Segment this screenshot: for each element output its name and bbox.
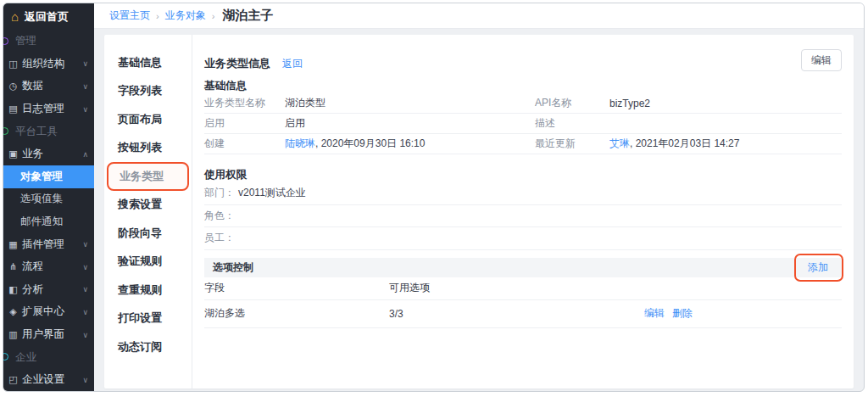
sidebar-subitem-mail-notify[interactable]: 邮件通知 bbox=[3, 210, 94, 233]
row-edit-link[interactable]: 编辑 bbox=[644, 306, 665, 321]
permission-row-employee: 员工： bbox=[204, 227, 842, 250]
basic-info-heading: 基础信息 bbox=[204, 75, 842, 93]
field-label: 创建 bbox=[204, 137, 285, 151]
submenu-item-page-layout[interactable]: 页面布局 bbox=[104, 105, 192, 134]
submenu-item-search-settings[interactable]: 搜索设置 bbox=[104, 191, 192, 220]
chevron-down-icon: ∨ bbox=[82, 263, 88, 271]
updater-user-link[interactable]: 艾琳 bbox=[609, 137, 630, 149]
sidebar-subitem-label: 对象管理 bbox=[20, 170, 63, 184]
sidebar-item-org-structure[interactable]: ◫ 组织结构 ∨ bbox=[3, 53, 94, 75]
page-body: 基础信息 字段列表 页面布局 按钮列表 业务类型 搜索设置 阶段向导 验证规则 … bbox=[94, 29, 864, 391]
sidebar-item-label: 平台工具 bbox=[15, 125, 58, 139]
submenu-item-basic-info[interactable]: 基础信息 bbox=[104, 48, 192, 77]
sidebar-item-platform-tools[interactable]: 平台工具 bbox=[3, 120, 94, 143]
submenu-item-validation-rules[interactable]: 验证规则 bbox=[104, 248, 192, 277]
permission-row-role: 角色： bbox=[204, 205, 842, 228]
submenu-item-button-list[interactable]: 按钮列表 bbox=[104, 134, 192, 163]
detail-title-row: 业务类型信息 返回 bbox=[204, 35, 842, 75]
sidebar-item-log-manage[interactable]: ▤ 日志管理 ∨ bbox=[3, 98, 94, 120]
basic-info-row: 业务类型名称 湖泊类型 API名称 bizType2 bbox=[204, 93, 842, 114]
sidebar-subitem-option-sets[interactable]: 选项值集 bbox=[3, 188, 94, 211]
sidebar-item-manage[interactable]: 管理 bbox=[3, 31, 94, 53]
sidebar-item-business[interactable]: ▣ 业务 ∧ bbox=[3, 143, 94, 165]
sidebar-item-plugin-manage[interactable]: ▦ 插件管理 ∨ bbox=[3, 233, 94, 256]
workflow-icon: ⋔ bbox=[8, 261, 19, 272]
extension-icon: ◈ bbox=[8, 306, 19, 317]
breadcrumb-separator: › bbox=[156, 11, 159, 21]
main-sidebar: ⌂ 返回首页 管理 ◫ 组织结构 ∨ ◷ 数据 ∨ ▤ 日志管理 ∨ bbox=[3, 3, 94, 391]
field-value: v2011测试企业 bbox=[238, 186, 306, 200]
field-label: 角色： bbox=[204, 209, 235, 223]
basic-info-row: 启用 启用 描述 bbox=[204, 114, 842, 134]
field-label: 启用 bbox=[204, 116, 285, 131]
settings-submenu: 基础信息 字段列表 页面布局 按钮列表 业务类型 搜索设置 阶段向导 验证规则 … bbox=[104, 35, 192, 389]
ui-grid-icon: ▥ bbox=[8, 329, 19, 340]
sidebar-item-label: 扩展中心 bbox=[22, 305, 64, 319]
submenu-item-dedupe-rules[interactable]: 查重规则 bbox=[104, 276, 192, 305]
sidebar-item-enterprise[interactable]: 企业 bbox=[3, 346, 94, 369]
purple-ring-icon bbox=[3, 37, 8, 45]
business-type-detail: 业务类型信息 返回 编辑 基础信息 业务类型名称 湖泊类型 API名称 bizT… bbox=[192, 35, 854, 389]
option-available-count: 3/3 bbox=[389, 308, 644, 320]
sidebar-item-data[interactable]: ◷ 数据 ∨ bbox=[3, 75, 94, 98]
page-title: 湖泊主子 bbox=[222, 8, 273, 24]
submenu-item-business-type-highlighted[interactable]: 业务类型 bbox=[107, 162, 189, 191]
sidebar-home-button[interactable]: ⌂ 返回首页 bbox=[3, 3, 94, 31]
field-label: API名称 bbox=[535, 96, 609, 110]
main-region: 设置主页 › 业务对象 › 湖泊主子 基础信息 字段列表 页面布局 按钮列表 业… bbox=[94, 3, 864, 391]
row-delete-link[interactable]: 删除 bbox=[672, 306, 693, 321]
submenu-item-dynamic-subscribe[interactable]: 动态订阅 bbox=[104, 333, 192, 361]
submenu-item-print-settings[interactable]: 打印设置 bbox=[104, 305, 192, 333]
chevron-down-icon: ∨ bbox=[82, 82, 88, 91]
sidebar-subitem-label: 选项值集 bbox=[20, 192, 63, 206]
briefcase-icon: ▣ bbox=[8, 148, 19, 159]
sidebar-item-workflow[interactable]: ⋔ 流程 ∨ bbox=[3, 255, 94, 278]
option-control-bar: 选项控制 添加 bbox=[204, 258, 842, 277]
submenu-item-stage-wizard[interactable]: 阶段向导 bbox=[104, 219, 192, 248]
permission-row-department: 部门： v2011测试企业 bbox=[204, 182, 842, 205]
option-table-header: 字段 可用选项 bbox=[204, 277, 842, 300]
breadcrumb-link-settings-home[interactable]: 设置主页 bbox=[109, 8, 150, 23]
sidebar-subitem-object-manage[interactable]: 对象管理 bbox=[3, 165, 94, 188]
field-label: 员工： bbox=[204, 231, 235, 245]
updated-datetime: , 2021年02月03日 14:27 bbox=[630, 137, 739, 149]
sidebar-item-label: 业务 bbox=[22, 147, 43, 161]
sidebar-item-analytics[interactable]: ◧ 分析 ∨ bbox=[3, 278, 94, 301]
chevron-down-icon: ∨ bbox=[82, 376, 88, 384]
sidebar-subitem-label: 邮件通知 bbox=[20, 215, 63, 229]
back-link[interactable]: 返回 bbox=[282, 57, 303, 71]
plugin-grid-icon: ▦ bbox=[8, 239, 19, 250]
sidebar-item-label: 数据 bbox=[22, 79, 43, 93]
row-actions: 编辑 删除 bbox=[644, 306, 842, 321]
chevron-up-icon: ∧ bbox=[82, 150, 88, 159]
building-icon: ◰ bbox=[8, 374, 19, 385]
field-value: 启用 bbox=[285, 116, 535, 131]
clock-icon: ◷ bbox=[8, 81, 19, 92]
field-label: 描述 bbox=[535, 116, 609, 131]
sidebar-item-label: 插件管理 bbox=[22, 238, 64, 252]
breadcrumb-separator: › bbox=[212, 11, 215, 21]
detail-title: 业务类型信息 bbox=[204, 56, 270, 71]
sidebar-item-user-interface[interactable]: ▥ 用户界面 ∨ bbox=[3, 323, 94, 346]
cyan-ring-icon bbox=[3, 353, 8, 361]
breadcrumb-link-business-object[interactable]: 业务对象 bbox=[165, 8, 206, 23]
sidebar-item-label: 日志管理 bbox=[22, 102, 64, 116]
add-link[interactable]: 添加 bbox=[808, 260, 828, 275]
sidebar-item-enterprise-settings[interactable]: ◰ 企业设置 ∨ bbox=[3, 368, 94, 391]
sidebar-item-extension-center[interactable]: ◈ 扩展中心 ∨ bbox=[3, 301, 94, 324]
sidebar-item-label: 企业设置 bbox=[22, 372, 64, 387]
sidebar-item-label: 企业 bbox=[15, 350, 36, 365]
column-header-available-options: 可用选项 bbox=[389, 281, 644, 295]
edit-button[interactable]: 编辑 bbox=[801, 49, 842, 71]
chevron-down-icon: ∨ bbox=[82, 59, 88, 68]
field-value: 艾琳, 2021年02月03日 14:27 bbox=[609, 137, 842, 151]
creator-user-link[interactable]: 陆晓琳 bbox=[285, 137, 315, 149]
permissions-heading: 使用权限 bbox=[204, 164, 842, 182]
chevron-down-icon: ∨ bbox=[82, 331, 88, 339]
field-label: 最近更新 bbox=[535, 137, 609, 151]
home-icon: ⌂ bbox=[11, 10, 19, 23]
submenu-item-field-list[interactable]: 字段列表 bbox=[104, 77, 192, 106]
field-value: 陆晓琳, 2020年09月30日 16:10 bbox=[285, 137, 535, 151]
option-field-name: 湖泊多选 bbox=[204, 306, 389, 321]
chevron-down-icon: ∨ bbox=[82, 240, 88, 249]
